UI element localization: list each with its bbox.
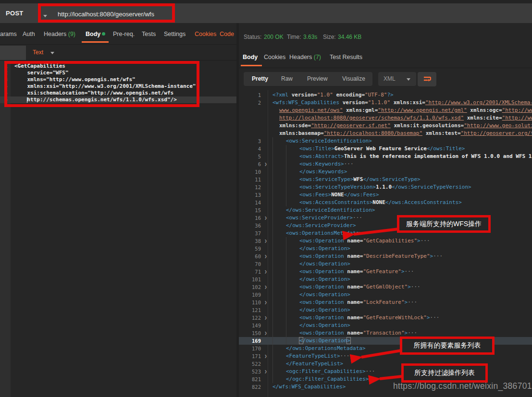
response-tab-headers-count: (7)	[314, 54, 321, 60]
annotation-label-featuretypes: 所拥有的要素服务列表	[400, 337, 495, 355]
fold-gutter	[261, 168, 271, 176]
response-code-line: 11<ows:ServiceType>WFS</ows:ServiceType>	[239, 176, 532, 183]
fold-chevron-icon[interactable]: ❯	[261, 253, 271, 260]
code-text: <wfs:WFS_Capabilities version="1.1.0" xm…	[271, 99, 532, 107]
response-code-line: 60❯<ows:Operation name="DescribeFeatureT…	[239, 253, 532, 260]
fold-chevron-icon[interactable]: ❯	[261, 268, 271, 276]
line-number: 150	[239, 329, 261, 337]
fold-gutter	[261, 107, 271, 114]
size-label: Size:	[323, 34, 336, 40]
line-number: 60	[239, 253, 261, 260]
line-number	[239, 107, 261, 114]
line-number: 169	[239, 337, 261, 345]
line-number: 6	[239, 160, 261, 168]
response-code-line: 121</ows:Operation>	[239, 306, 532, 314]
response-code-line: 122❯<ows:Operation name="GetFeatureWithL…	[239, 314, 532, 322]
line-number: 102	[239, 283, 261, 291]
response-tab-headers[interactable]: Headers (7)	[289, 54, 321, 60]
request-body-editor[interactable]	[0, 60, 236, 397]
active-tab-underline	[241, 65, 262, 66]
line-number: 36	[239, 222, 261, 229]
code-text: xmlns:basemap="http://localhost:8080/bas…	[271, 130, 532, 137]
body-type-dropdown[interactable]: raw	[0, 46, 26, 60]
tab-tests[interactable]: Tests	[142, 31, 156, 37]
status-value: 200 OK	[264, 34, 284, 40]
tab-auth[interactable]: Auth	[23, 31, 35, 37]
divider	[239, 68, 532, 68]
format-dropdown[interactable]: XML	[378, 72, 416, 86]
response-code-line: 149</ows:Operation>	[239, 322, 532, 329]
code-text: <ows:Operation name="DescribeFeatureType…	[271, 253, 443, 260]
code-text: </FeatureTypeList>	[271, 360, 343, 368]
response-tab-cookies[interactable]: Cookies	[264, 54, 285, 60]
line-number: 522	[239, 360, 261, 368]
tab-headers[interactable]: Headers (9)	[44, 31, 75, 37]
response-code-line: 150❯<ows:Operation name="Transaction">··…	[239, 329, 532, 337]
tab-pre-request[interactable]: Pre-req.	[113, 31, 135, 37]
annotation-body-redbox	[4, 61, 199, 107]
request-editor-gutter	[0, 60, 11, 397]
line-number: 37	[239, 229, 261, 237]
fold-chevron-icon[interactable]: ❯	[261, 214, 271, 222]
fold-gutter	[261, 183, 271, 191]
code-text: <FeatureTypeList>···	[271, 352, 349, 360]
response-tab-test-results[interactable]: Test Results	[330, 54, 362, 60]
response-code-line: 15</ows:ServiceIdentification>	[239, 206, 532, 214]
code-text: <ows:Abstract>This is the reference impl…	[271, 153, 532, 160]
fold-chevron-icon[interactable]: ❯	[261, 283, 271, 291]
fold-chevron-icon[interactable]: ❯	[261, 329, 271, 337]
line-number: 16	[239, 214, 261, 222]
view-mode-raw[interactable]: Raw	[281, 75, 293, 82]
line-number: 821	[239, 375, 261, 383]
fold-chevron-icon[interactable]: ❯	[261, 299, 271, 306]
fold-chevron-icon[interactable]: ❯	[261, 160, 271, 168]
format-label: XML	[384, 75, 396, 82]
line-number: 4	[239, 145, 261, 153]
line-number: 523	[239, 368, 261, 375]
line-number: 59	[239, 245, 261, 253]
fold-chevron-icon[interactable]: ❯	[261, 352, 271, 360]
fold-gutter	[261, 383, 271, 391]
fold-chevron-icon[interactable]: ❯	[261, 314, 271, 322]
view-mode-preview[interactable]: Preview	[307, 75, 328, 82]
code-text: <ows:AccessConstraints>NONE</ows:AccessC…	[271, 199, 462, 206]
response-code-line: 38❯<ows:Operation name="GetCapabilities"…	[239, 237, 532, 245]
view-mode-visualize[interactable]: Visualize	[342, 75, 365, 82]
code-text: <ows:Title>GeoServer Web Feature Service…	[271, 145, 465, 153]
fold-gutter	[261, 130, 271, 137]
line-number: 109	[239, 291, 261, 299]
tab-body[interactable]: Body	[86, 31, 100, 37]
line-number	[239, 114, 261, 122]
code-text: <ogc:Filter_Capabilities>···	[271, 368, 375, 375]
response-tab-body[interactable]: Body	[243, 54, 258, 60]
response-code-line: 101</ows:Operation>	[239, 276, 532, 283]
fold-gutter	[261, 176, 271, 183]
code-text: <ows:ServiceTypeVersion>1.1.0</ows:Servi…	[271, 183, 471, 191]
wrap-text-button[interactable]	[418, 72, 436, 86]
chevron-down-icon[interactable]	[50, 52, 54, 54]
fold-chevron-icon[interactable]: ❯	[261, 237, 271, 245]
annotation-label-operations: 服务端所支持的WFS操作	[397, 215, 491, 233]
line-number: 149	[239, 322, 261, 329]
watermark: https://blog.csdn.net/weixin_38670190	[393, 381, 532, 391]
tab-params[interactable]: arams	[0, 31, 17, 37]
code-text: </ogc:Filter_Capabilities>	[271, 375, 369, 383]
tab-settings[interactable]: Settings	[164, 31, 186, 37]
code-link[interactable]: Code	[220, 31, 234, 37]
fold-gutter	[261, 114, 271, 122]
code-text: <ows:Operation name="LockFeature">···	[271, 299, 417, 306]
response-code-line: 109</ows:Operation>	[239, 291, 532, 299]
annotation-label-filter: 所支持过滤操作列表	[401, 363, 488, 383]
annotation-url-redbox	[38, 3, 175, 23]
fold-chevron-icon[interactable]: ❯	[261, 368, 271, 375]
method-selector[interactable]: POST	[6, 10, 24, 17]
window-top-strip	[0, 0, 532, 3]
view-mode-pretty[interactable]: Pretty	[252, 75, 268, 82]
body-format-dropdown[interactable]: Text	[33, 49, 43, 56]
code-text: </ows:Operation>	[271, 260, 350, 268]
response-code-line: 10</ows:Keywords>	[239, 168, 532, 176]
cookies-link[interactable]: Cookies	[195, 31, 216, 37]
line-number: 38	[239, 237, 261, 245]
line-number: 3	[239, 137, 261, 145]
code-text: www.opengis.net/ows" xmlns:gml="http://w…	[271, 107, 532, 114]
